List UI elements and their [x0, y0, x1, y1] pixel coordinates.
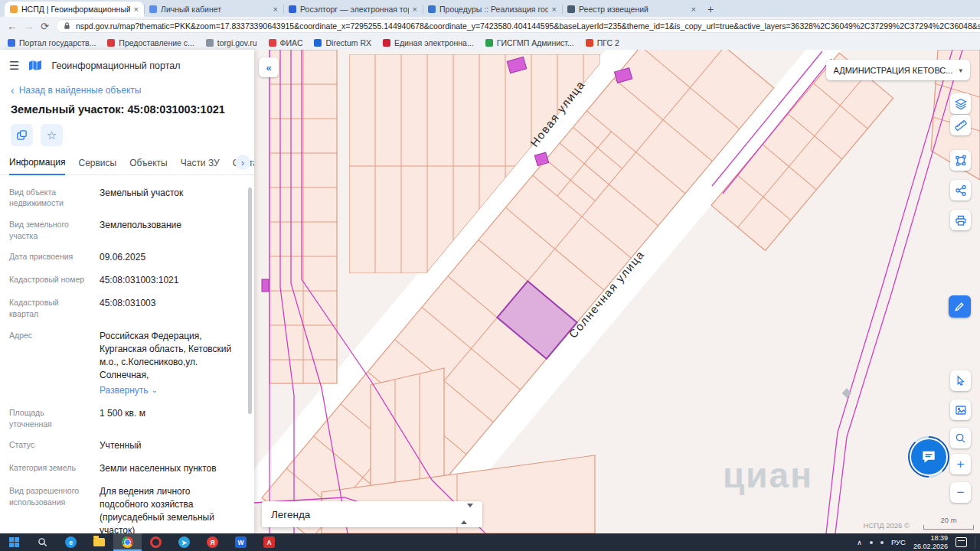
- identify-icon: [955, 432, 966, 444]
- zoom-in-button[interactable]: +: [950, 454, 971, 474]
- basemap-button[interactable]: [950, 399, 971, 420]
- system-tray: ∧ РУС 18:39 26.02.2026: [857, 534, 980, 550]
- collapse-panel-button[interactable]: «: [259, 57, 279, 77]
- bookmark-item[interactable]: Единая электронна...: [383, 38, 474, 47]
- screen: { "browser": { "tabs": [ {"label": "НСПД…: [0, 0, 980, 551]
- layers-button[interactable]: [950, 93, 971, 114]
- url-field[interactable]: nspd.gov.ru/map?thematic=PKK&zoom=17.833…: [56, 19, 980, 33]
- pointer-tool-button[interactable]: [950, 370, 971, 391]
- tray-icon[interactable]: [880, 541, 884, 544]
- field-row: Дата присвоения 09.06.2025: [9, 246, 240, 269]
- draw-tool-button-active[interactable]: [949, 295, 971, 318]
- field-row: Адрес Российская Федерация, Курганская о…: [9, 324, 240, 402]
- menu-icon[interactable]: ☰: [9, 59, 19, 73]
- chrome-icon: [122, 536, 133, 548]
- bookmark-item[interactable]: ФИАС: [269, 38, 303, 47]
- copy-extract-button[interactable]: [11, 124, 33, 146]
- print-icon: [955, 214, 967, 227]
- tab-services[interactable]: Сервисы: [78, 158, 116, 174]
- taskbar-app-word[interactable]: W: [227, 533, 255, 551]
- tab-objects[interactable]: Объекты: [129, 158, 168, 174]
- bookmark-item[interactable]: Предоставление с...: [107, 38, 194, 47]
- scale-label: 20 m: [940, 516, 956, 524]
- browser-tab[interactable]: Реестр извещений ×: [562, 2, 701, 17]
- start-button[interactable]: [0, 533, 28, 551]
- bookmark-item[interactable]: torgi.gov.ru: [206, 38, 257, 47]
- tab-close-icon[interactable]: ×: [273, 5, 278, 14]
- portal-title: Геоинформационный портал: [51, 60, 180, 71]
- tabs-scroll-right-button[interactable]: ›: [235, 155, 250, 170]
- language-indicator[interactable]: РУС: [891, 538, 906, 546]
- bookmark-label: Предоставление с...: [119, 38, 194, 47]
- identify-object-button[interactable]: [950, 428, 971, 448]
- tab-close-icon[interactable]: ×: [134, 5, 139, 14]
- legend-bar[interactable]: Легенда: [262, 501, 482, 527]
- back-icon[interactable]: ←: [7, 21, 17, 31]
- legend-label: Легенда: [271, 509, 310, 520]
- expand-address-link[interactable]: Развернуть ⌄: [100, 384, 158, 397]
- cadastral-map[interactable]: циан Новая улица Солнечная улица: [254, 50, 980, 533]
- reload-icon[interactable]: ⟳: [41, 21, 49, 31]
- tab-title: Процедуры :: Реализация гос: [439, 5, 548, 14]
- field-row: Кадастровый квартал 45:08:031003: [9, 292, 240, 324]
- hidden-icons-chevron[interactable]: ∧: [857, 539, 862, 546]
- object-info-panel: ☰ Геоинформационный портал ‹ Назад в най…: [0, 50, 254, 533]
- tab-close-icon[interactable]: ×: [413, 5, 417, 14]
- share-button[interactable]: [950, 180, 971, 201]
- taskbar-clock[interactable]: 18:39 26.02.2026: [913, 534, 948, 550]
- address-text: Российская Федерация, Курганская область…: [100, 331, 231, 380]
- favorite-button[interactable]: ☆: [41, 124, 63, 146]
- field-value: Учтенный: [100, 439, 240, 452]
- field-label: Кадастровый квартал: [9, 297, 87, 319]
- ruler-icon: [955, 119, 967, 132]
- bookmark-favicon: [8, 39, 15, 47]
- search-icon: [38, 537, 47, 547]
- tab-information[interactable]: Информация: [9, 157, 65, 175]
- tray-icon[interactable]: [870, 541, 873, 544]
- zoom-out-button[interactable]: −: [950, 482, 971, 503]
- panel-scrollbar[interactable]: [248, 187, 252, 414]
- chevron-down-icon: ⌄: [152, 385, 158, 396]
- windows-taskbar: e ➤ Я W A ∧ РУС 18:39 26.02.2026: [0, 533, 980, 551]
- measure-area-button[interactable]: [950, 150, 971, 171]
- organization-dropdown[interactable]: АДМИНИСТРАЦИЯ КЕТОВС... ▾: [826, 60, 971, 80]
- tab-close-icon[interactable]: ×: [691, 5, 696, 14]
- taskbar-app-yandex[interactable]: Я: [198, 533, 227, 551]
- taskbar-app-chrome[interactable]: [113, 533, 142, 551]
- back-to-results-link[interactable]: ‹ Назад в найденные объекты: [0, 80, 254, 96]
- support-chat-button[interactable]: [908, 436, 949, 478]
- taskbar-app-explorer[interactable]: [85, 533, 113, 551]
- print-button[interactable]: [950, 210, 971, 230]
- field-row: Вид объекта недвижимости Земельный участ…: [9, 181, 240, 214]
- legend-toggle-icon[interactable]: [461, 507, 473, 521]
- bookmark-item[interactable]: Directum RX: [314, 38, 371, 47]
- map-copyright: НСПД 2026 ©: [864, 521, 910, 530]
- map-container: циан Новая улица Солнечная улица « АДМИН…: [254, 50, 980, 533]
- taskbar-search-button[interactable]: [28, 533, 57, 551]
- bookmark-item[interactable]: ГИСГМП Админист...: [485, 38, 574, 47]
- tab-close-icon[interactable]: ×: [552, 5, 557, 14]
- tab-parcel-parts[interactable]: Части ЗУ: [181, 158, 220, 174]
- taskbar-app-pdf[interactable]: A: [255, 533, 283, 551]
- browser-tab[interactable]: Росэлторг — электронная торг ×: [283, 2, 423, 17]
- browser-tab[interactable]: НСПД | Геоинформационный п ×: [5, 2, 144, 17]
- tab-title: Личный кабинет: [161, 5, 270, 14]
- field-row: Статус Учтенный: [9, 435, 240, 458]
- image-icon: [955, 404, 967, 416]
- browser-tab[interactable]: Процедуры :: Реализация гос ×: [423, 2, 562, 17]
- field-value: Земельный участок: [100, 187, 240, 209]
- share-icon: [955, 184, 967, 197]
- browser-tab[interactable]: Личный кабинет ×: [144, 2, 283, 17]
- new-tab-button[interactable]: +: [701, 2, 720, 17]
- measure-button[interactable]: [950, 115, 971, 135]
- show-desktop-sliver[interactable]: [975, 536, 975, 549]
- bookmark-item[interactable]: ПГС 2: [586, 38, 619, 47]
- field-value: Российская Федерация, Курганская область…: [100, 330, 240, 397]
- bookmark-favicon: [586, 39, 593, 47]
- taskbar-app-opera[interactable]: [142, 533, 170, 551]
- taskbar-app-edge[interactable]: e: [57, 533, 85, 551]
- taskbar-app-telegram[interactable]: ➤: [170, 533, 198, 551]
- notification-center-icon[interactable]: [956, 537, 967, 547]
- bookmark-item[interactable]: Портал государств...: [8, 38, 96, 47]
- forward-icon[interactable]: →: [24, 21, 34, 31]
